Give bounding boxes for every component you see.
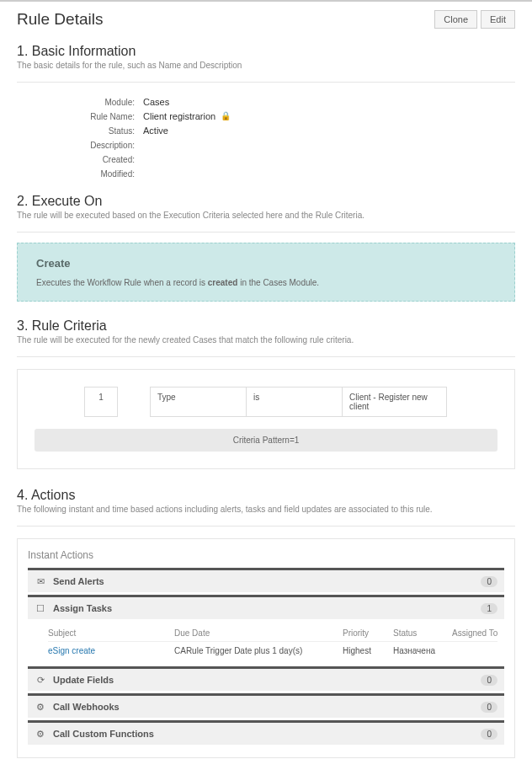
value-description [143, 139, 515, 150]
action-group-update-fields[interactable]: ⟳ Update Fields 0 [28, 666, 504, 691]
section-basic: 1. Basic Information The basic details f… [0, 37, 532, 77]
label-status: Status: [17, 125, 143, 136]
execute-box: Create Executes the Workflow Rule when a… [17, 243, 515, 302]
section-num: 2. [17, 194, 28, 208]
section-num: 1. [17, 44, 28, 58]
criteria-field: Type [150, 387, 247, 417]
action-group-send-alerts[interactable]: ✉ Send Alerts 0 [28, 568, 504, 592]
instant-actions-title: Instant Actions [28, 549, 504, 561]
criteria-op: is [246, 387, 343, 417]
section-heading: 3. Rule Criteria [17, 318, 515, 334]
value-created [143, 153, 515, 164]
criteria-box: 1 Type is Client - Register new client C… [17, 369, 515, 469]
task-due: CARule Trigger Date plus 1 day(s) [174, 646, 343, 655]
task-icon: ☐ [35, 602, 46, 614]
edit-button[interactable]: Edit [481, 10, 515, 29]
value-status: Active [143, 125, 515, 136]
mail-icon: ✉ [35, 575, 46, 587]
count-badge: 0 [481, 576, 497, 587]
section-criteria: 3. Rule Criteria The rule will be execut… [0, 312, 532, 351]
action-group-call-webhooks[interactable]: ⚙ Call Webhooks 0 [28, 693, 504, 718]
basic-info-grid: Module: Cases Rule Name: Client registra… [0, 91, 532, 187]
criteria-pattern: Criteria Pattern=1 [35, 429, 497, 452]
task-subject-link[interactable]: eSign create [48, 646, 174, 655]
action-label: Send Alerts [53, 576, 104, 586]
action-label: Assign Tasks [53, 603, 112, 613]
label-rulename: Rule Name: [17, 110, 143, 121]
function-icon: ⚙ [35, 728, 46, 740]
action-label: Call Custom Functions [53, 729, 154, 739]
page-title: Rule Details [17, 10, 103, 29]
webhook-icon: ⚙ [35, 701, 46, 713]
tasks-header-row: Subject Due Date Priority Status Assigne… [48, 625, 497, 642]
value-module: Cases [143, 96, 515, 107]
exec-desc-post: in the Cases Module. [237, 278, 319, 287]
action-group-assign-tasks[interactable]: ☐ Assign Tasks 1 [28, 595, 504, 619]
section-title: Basic Information [32, 44, 136, 58]
label-description: Description: [17, 139, 143, 150]
section-heading: 1. Basic Information [17, 44, 515, 59]
criteria-num: 1 [84, 387, 118, 417]
value-modified [143, 168, 515, 179]
criteria-value: Client - Register new client [342, 387, 447, 417]
section-desc: The basic details for the rule, such as … [17, 61, 515, 70]
th-subject: Subject [48, 628, 174, 638]
label-module: Module: [17, 96, 143, 107]
section-num: 3. [17, 318, 28, 333]
task-priority: Highest [343, 646, 393, 655]
th-assigned: Assigned To [452, 628, 519, 638]
page-header: Rule Details Clone Edit [0, 2, 532, 37]
header-buttons: Clone Edit [434, 10, 515, 29]
th-priority: Priority [343, 628, 393, 638]
section-title: Actions [31, 488, 75, 502]
action-group-call-custom[interactable]: ⚙ Call Custom Functions 0 [28, 720, 504, 745]
section-num: 4. [17, 488, 28, 502]
section-title: Rule Criteria [32, 318, 107, 333]
divider [17, 82, 515, 83]
th-status: Status [393, 628, 452, 638]
divider [17, 356, 515, 357]
label-modified: Modified: [17, 168, 143, 179]
action-label: Update Fields [53, 675, 114, 685]
section-execute: 2. Execute On The rule will be executed … [0, 187, 532, 227]
execute-box-desc: Executes the Workflow Rule when a record… [36, 278, 496, 287]
task-status: Назначена [393, 646, 452, 655]
section-desc: The rule will be executed for the newly … [17, 335, 515, 345]
count-badge: 0 [481, 729, 497, 740]
lock-icon: 🔒 [221, 111, 231, 120]
divider [17, 526, 515, 526]
clone-button[interactable]: Clone [434, 10, 477, 29]
count-badge: 1 [481, 603, 497, 614]
count-badge: 0 [481, 702, 497, 713]
exec-desc-pre: Executes the Workflow Rule when a record… [36, 278, 208, 287]
task-assigned [452, 646, 519, 655]
section-desc: The rule will be executed based on the E… [17, 211, 515, 220]
action-label: Call Webhooks [53, 702, 120, 712]
exec-desc-bold: created [208, 278, 238, 287]
section-heading: 2. Execute On [17, 194, 515, 209]
count-badge: 0 [481, 675, 497, 686]
criteria-row: 1 Type is Client - Register new client [85, 387, 447, 417]
tasks-table: Subject Due Date Priority Status Assigne… [28, 622, 504, 666]
value-rulename: Client registrarion 🔒 [143, 110, 515, 121]
section-title: Execute On [32, 194, 103, 208]
section-heading: 4. Actions [17, 488, 515, 503]
th-due: Due Date [174, 628, 343, 638]
divider [17, 232, 515, 233]
section-desc: The following instant and time based act… [17, 505, 515, 514]
actions-box: Instant Actions ✉ Send Alerts 0 ☐ Assign… [17, 538, 515, 758]
label-created: Created: [17, 153, 143, 164]
criteria-gap [117, 387, 151, 417]
tasks-data-row: eSign create CARule Trigger Date plus 1 … [48, 642, 497, 660]
execute-box-title: Create [36, 257, 496, 270]
section-actions: 4. Actions The following instant and tim… [0, 481, 532, 521]
rulename-text: Client registrarion [143, 111, 215, 121]
update-icon: ⟳ [35, 674, 46, 686]
